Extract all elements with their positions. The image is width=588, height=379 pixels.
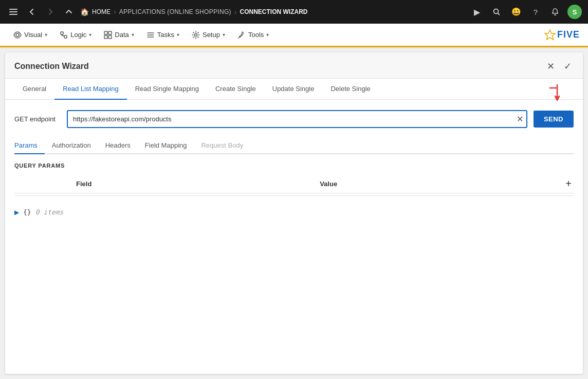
toolbar-tools[interactable]: Tools ▾ [232, 28, 274, 42]
params-col-field-header: Field [14, 180, 320, 188]
toolbar-logic[interactable]: Logic ▾ [54, 28, 97, 42]
help-button[interactable]: ? [528, 5, 543, 19]
json-toggle-button[interactable]: ▶ [14, 209, 19, 216]
tools-chevron: ▾ [266, 32, 269, 38]
endpoint-input[interactable] [67, 110, 527, 128]
notification-button[interactable] [548, 5, 562, 19]
json-items-count: 0 items [35, 208, 64, 216]
main-content: Connection Wizard ✕ ✓ General Read List … [5, 52, 583, 374]
up-button[interactable] [62, 5, 76, 19]
svg-rect-8 [108, 31, 112, 34]
json-result-row: ▶ {} 0 items [14, 202, 574, 216]
arrow-annotation [546, 84, 561, 106]
data-chevron: ▾ [132, 32, 134, 38]
toolbar-visual-label: Visual [24, 31, 42, 39]
json-braces: {} [23, 208, 31, 216]
main-tab-nav: General Read List Mapping Read Single Ma… [5, 79, 583, 100]
send-button[interactable]: SEND [534, 111, 574, 128]
breadcrumb-home[interactable]: HOME [92, 8, 111, 15]
breadcrumb-sep-2: › [234, 8, 237, 16]
params-table: Field Value + [14, 175, 574, 193]
sub-tab-authorization[interactable]: Authorization [52, 138, 98, 154]
tab-general[interactable]: General [14, 79, 54, 100]
svg-point-11 [194, 33, 197, 36]
breadcrumb-app[interactable]: APPLICATIONS (ONLINE SHOPPING) [119, 8, 231, 15]
toolbar-setup-label: Setup [203, 31, 220, 39]
toolbar-logic-label: Logic [70, 31, 86, 39]
breadcrumb-current: CONNECTION WIZARD [240, 8, 308, 15]
sub-tab-headers[interactable]: Headers [105, 138, 138, 154]
dialog-header-actions: ✕ ✓ [545, 60, 574, 73]
dialog-header: Connection Wizard ✕ ✓ [5, 52, 583, 79]
toolbar-tasks[interactable]: Tasks ▾ [141, 28, 185, 42]
breadcrumb-sep-1: › [114, 8, 116, 16]
params-table-header: Field Value + [14, 175, 574, 193]
toolbar-data-label: Data [115, 31, 128, 39]
search-button[interactable] [489, 5, 504, 19]
endpoint-input-wrap: ✕ [67, 110, 527, 128]
back-button[interactable] [25, 5, 39, 19]
dialog-title: Connection Wizard [14, 62, 89, 71]
toolbar-tools-label: Tools [248, 31, 264, 39]
toolbar-data[interactable]: Data ▾ [99, 28, 139, 42]
svg-rect-1 [9, 11, 17, 12]
forward-button[interactable] [43, 5, 58, 19]
toolbar-setup[interactable]: Setup ▾ [187, 28, 230, 42]
svg-point-4 [16, 33, 19, 37]
close-button[interactable]: ✕ [545, 60, 557, 73]
svg-rect-5 [61, 32, 63, 34]
tab-update-single[interactable]: Update Single [264, 79, 323, 100]
svg-rect-7 [104, 31, 107, 34]
tab-read-list-mapping[interactable]: Read List Mapping [54, 79, 126, 100]
endpoint-label: GET endpoint [14, 115, 61, 123]
svg-marker-12 [545, 30, 555, 40]
breadcrumb: 🏠 HOME › APPLICATIONS (ONLINE SHOPPING) … [80, 8, 308, 16]
send-area: SEND [534, 111, 574, 128]
sub-tab-params[interactable]: Params [14, 138, 45, 154]
svg-rect-2 [9, 14, 17, 15]
svg-rect-9 [104, 35, 107, 39]
sub-tab-field-mapping[interactable]: Field Mapping [145, 138, 194, 154]
setup-chevron: ▾ [223, 32, 225, 38]
svg-rect-0 [9, 9, 17, 10]
query-params-label: QUERY PARAMS [14, 163, 574, 169]
top-nav-bar: 🏠 HOME › APPLICATIONS (ONLINE SHOPPING) … [0, 0, 588, 24]
toolbar-visual[interactable]: Visual ▾ [8, 28, 52, 42]
content-body: GET endpoint ✕ SEND Params Authorization [5, 100, 583, 226]
logic-chevron: ▾ [89, 32, 91, 38]
tab-create-single[interactable]: Create Single [207, 79, 264, 100]
play-button[interactable]: ▶ [470, 5, 484, 19]
toolbar-tasks-label: Tasks [157, 31, 174, 39]
params-col-value-header: Value [320, 180, 563, 188]
endpoint-row: GET endpoint ✕ SEND [14, 110, 574, 128]
confirm-button[interactable]: ✓ [562, 60, 574, 73]
chat-button[interactable]: 😀 [509, 5, 523, 19]
svg-rect-10 [108, 35, 112, 39]
endpoint-clear-button[interactable]: ✕ [517, 114, 523, 124]
main-toolbar: Visual ▾ Logic ▾ Data ▾ Tasks ▾ Se [0, 24, 588, 47]
tab-delete-single[interactable]: Delete Single [322, 79, 378, 100]
tab-read-single-mapping[interactable]: Read Single Mapping [127, 79, 207, 100]
params-divider [14, 195, 574, 196]
tasks-chevron: ▾ [177, 32, 179, 38]
menu-icon-button[interactable] [6, 5, 21, 19]
user-avatar[interactable]: S [567, 5, 582, 19]
svg-rect-6 [64, 35, 67, 38]
visual-chevron: ▾ [45, 32, 47, 38]
five-logo: FIVE [544, 29, 580, 41]
sub-tab-request-body: Request Body [201, 138, 250, 154]
sub-tab-nav: Params Authorization Headers Field Mappi… [14, 138, 574, 154]
top-nav-left: 🏠 HOME › APPLICATIONS (ONLINE SHOPPING) … [6, 5, 466, 19]
top-nav-right: ▶ 😀 ? S [470, 5, 582, 19]
params-add-button[interactable]: + [563, 178, 574, 190]
